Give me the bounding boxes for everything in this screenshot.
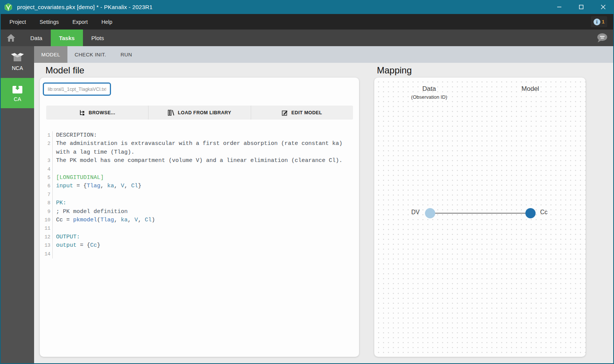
- mapping-data-header: Data: [397, 85, 461, 93]
- window-title: project_covariates.pkx [demo] * - PKanal…: [17, 4, 153, 10]
- chat-bubble-icon: [596, 33, 608, 43]
- code-editor[interactable]: 1DESCRIPTION:2The administration is extr…: [43, 131, 356, 353]
- edit-icon: [282, 110, 288, 116]
- browse-button[interactable]: BROWSE...: [46, 106, 148, 120]
- code-line: 8PK:: [43, 199, 356, 207]
- mapping-data-label: DV: [374, 209, 420, 216]
- content-area: Model file BROWSE...: [34, 63, 613, 363]
- feedback-button[interactable]: [596, 33, 608, 43]
- code-line: 14: [43, 250, 356, 258]
- model-file-title: Model file: [45, 65, 84, 76]
- subtab-check-init[interactable]: CHECK INIT.: [67, 46, 113, 63]
- code-line: 3The PK model has one compartment (volum…: [43, 157, 356, 165]
- code-line: 9; PK model definition: [43, 208, 356, 216]
- home-icon: [6, 34, 16, 42]
- model-file-card: BROWSE... LOAD FROM LIBRARY EDIT MO: [40, 78, 359, 357]
- browse-icon: [79, 110, 85, 116]
- tab-data[interactable]: Data: [22, 30, 51, 46]
- model-file-input[interactable]: [43, 82, 111, 96]
- close-button[interactable]: [592, 0, 614, 14]
- edit-model-button[interactable]: EDIT MODEL: [251, 106, 353, 120]
- window-border: [0, 14, 1, 364]
- menu-export[interactable]: Export: [72, 19, 87, 25]
- model-file-buttons: BROWSE... LOAD FROM LIBRARY EDIT MO: [46, 106, 353, 120]
- main-tab-bar: Data Tasks Plots: [0, 30, 614, 46]
- minimize-button[interactable]: [548, 0, 570, 14]
- load-from-library-button[interactable]: LOAD FROM LIBRARY: [148, 106, 250, 120]
- menu-settings[interactable]: Settings: [40, 19, 59, 25]
- code-line: 1DESCRIPTION:: [43, 131, 356, 140]
- home-button[interactable]: [0, 30, 22, 46]
- pkanalix-window: project_covariates.pkx [demo] * - PKanal…: [0, 0, 614, 364]
- menu-help[interactable]: Help: [102, 19, 112, 25]
- open-box-icon: [11, 53, 24, 63]
- sidebar-item-label: CA: [14, 96, 21, 102]
- subtab-run[interactable]: RUN: [113, 46, 139, 63]
- sidebar-item-ca[interactable]: CA: [1, 78, 34, 108]
- mapping-connector-line: [430, 213, 530, 214]
- notification-count: 1: [602, 19, 605, 25]
- sidebar: NCA CA: [1, 46, 34, 363]
- mapping-connection-row: DV Cc: [374, 205, 586, 221]
- sidebar-item-nca[interactable]: NCA: [1, 46, 34, 78]
- library-icon: [168, 110, 174, 116]
- sidebar-item-label: NCA: [12, 65, 23, 71]
- menu-project[interactable]: Project: [9, 19, 26, 25]
- notifications-button[interactable]: i 1: [591, 16, 607, 27]
- code-line: 4: [43, 165, 356, 174]
- mapping-model-label: Cc: [540, 209, 548, 216]
- maximize-button[interactable]: [570, 0, 592, 14]
- code-line: with a lag time (Tlag).: [43, 148, 356, 157]
- code-line: 11: [43, 224, 356, 233]
- tab-tasks[interactable]: Tasks: [51, 30, 83, 46]
- code-line: 7: [43, 191, 356, 199]
- mapping-data-node[interactable]: [425, 208, 435, 218]
- code-line: 2The administration is extravascular wit…: [43, 140, 356, 148]
- task-subtab-bar: MODEL CHECK INIT. RUN: [34, 46, 613, 63]
- mapping-title: Mapping: [377, 65, 412, 76]
- mapping-model-node[interactable]: [525, 208, 536, 218]
- title-bar: project_covariates.pkx [demo] * - PKanal…: [0, 0, 614, 14]
- code-line: 12OUTPUT:: [43, 233, 356, 241]
- menu-bar: Project Settings Export Help i 1: [0, 14, 614, 30]
- mapping-card: Data (Observation ID) Model DV Cc: [374, 78, 586, 357]
- code-line: 5[LONGITUDINAL]: [43, 174, 356, 182]
- tab-plots[interactable]: Plots: [83, 30, 112, 46]
- code-line: 10Cc = pkmodel(Tlag, ka, V, Cl): [43, 216, 356, 224]
- info-icon: i: [594, 19, 600, 25]
- mapping-model-header: Model: [498, 85, 562, 93]
- closed-box-icon: [11, 84, 23, 94]
- code-line: 13output = {Cc}: [43, 241, 356, 250]
- subtab-model[interactable]: MODEL: [34, 46, 67, 63]
- mapping-data-subheader: (Observation ID): [387, 94, 471, 100]
- app-logo-icon: [4, 3, 12, 11]
- code-line: 6input = {Tlag, ka, V, Cl}: [43, 182, 356, 190]
